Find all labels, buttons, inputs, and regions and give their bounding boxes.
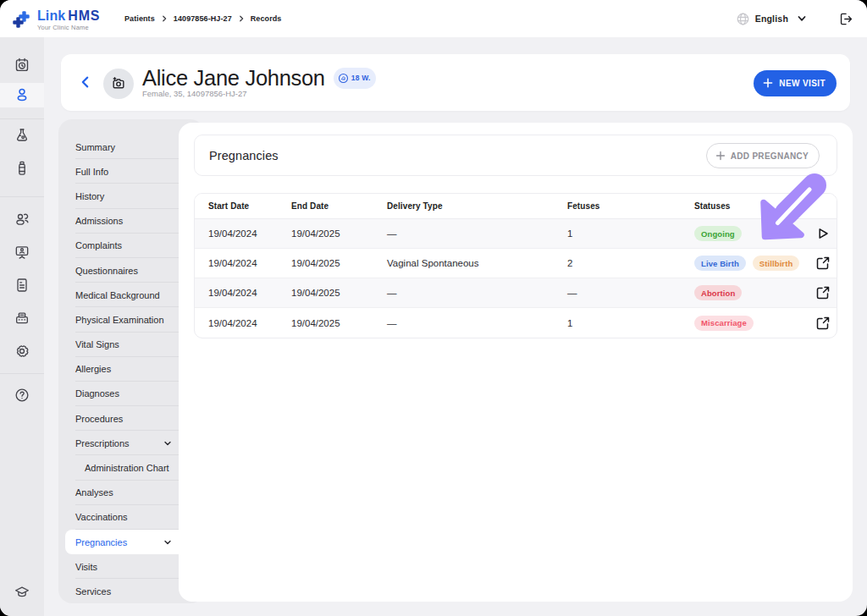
cell-end-date: 19/04/2025 xyxy=(291,318,340,328)
column-header-delivery-type: Delivery Type xyxy=(387,201,443,211)
table-row[interactable]: 19/04/2024 19/04/2025 Vaginal Spontaneou… xyxy=(195,249,837,278)
chevron-down-icon xyxy=(163,439,172,448)
camera-icon xyxy=(110,75,127,92)
rail-staff-icon[interactable] xyxy=(14,211,30,228)
rail-divider xyxy=(0,196,44,197)
rail-divider xyxy=(0,118,44,119)
logo-text: LinkHMS Your Clinic Name xyxy=(37,9,100,31)
top-bar: LinkHMS Your Clinic Name Patients 140978… xyxy=(0,0,867,37)
pregnancy-weeks-label: 18 W. xyxy=(351,74,371,82)
rail-laboratory-icon[interactable] xyxy=(14,127,30,144)
pregnancies-content-card: Pregnancies ADD PREGNANCY Start Date End… xyxy=(179,123,853,602)
logo-subtitle: Your Clinic Name xyxy=(37,24,100,31)
table-header-row: Start Date End Date Delivery Type Fetuse… xyxy=(195,194,837,219)
page-title: Pregnancies xyxy=(209,149,279,162)
cell-start-date: 19/04/2024 xyxy=(208,258,257,268)
rail-settings-icon[interactable] xyxy=(14,343,30,360)
table-row[interactable]: 19/04/2024 19/04/2025 — 1 Miscarriage xyxy=(195,308,837,338)
cell-delivery-type: — xyxy=(387,288,397,298)
rail-help-icon[interactable] xyxy=(14,387,30,404)
logo-name-hms: HMS xyxy=(68,8,100,23)
breadcrumb-patients[interactable]: Patients xyxy=(124,14,155,23)
rail-schedule-icon[interactable] xyxy=(14,57,30,74)
cell-delivery-type: Vaginal Spontaneous xyxy=(387,258,479,268)
new-visit-button[interactable]: NEW VISIT xyxy=(754,70,837,96)
logo-cross-icon xyxy=(13,11,30,28)
column-header-fetuses: Fetuses xyxy=(567,201,600,211)
open-record-icon[interactable] xyxy=(816,256,830,270)
breadcrumb-records[interactable]: Records xyxy=(251,14,282,23)
fetus-icon xyxy=(338,73,349,84)
chevron-down-icon xyxy=(163,538,172,547)
plus-icon xyxy=(715,151,726,161)
cell-start-date: 19/04/2024 xyxy=(208,288,257,298)
rail-divider xyxy=(0,373,44,374)
cell-start-date: 19/04/2024 xyxy=(208,228,257,239)
rail-workstation-icon[interactable] xyxy=(14,244,30,261)
patient-name: Alice Jane Johnson xyxy=(142,66,325,90)
app-window: LinkHMS Your Clinic Name Patients 140978… xyxy=(0,0,867,616)
back-icon[interactable] xyxy=(78,74,93,90)
rail-billing-icon[interactable] xyxy=(14,277,30,294)
cell-fetuses: 1 xyxy=(567,318,572,328)
play-icon[interactable] xyxy=(816,227,830,240)
cell-fetuses: 2 xyxy=(567,258,572,268)
status-badge: Live Birth xyxy=(694,256,746,271)
open-record-icon[interactable] xyxy=(816,286,830,300)
add-pregnancy-button[interactable]: ADD PREGNANCY xyxy=(706,143,820,168)
status-badge: Stillbirth xyxy=(753,256,800,271)
app-logo[interactable]: LinkHMS Your Clinic Name xyxy=(13,9,100,31)
pregnancies-table: Start Date End Date Delivery Type Fetuse… xyxy=(194,193,837,338)
chevron-down-icon[interactable] xyxy=(797,14,807,24)
globe-icon xyxy=(736,12,750,26)
pregnancy-weeks-badge: 18 W. xyxy=(334,68,377,89)
table-row[interactable]: 19/04/2024 19/04/2025 — — Abortion xyxy=(195,278,837,308)
rail-pharmacy-icon[interactable] xyxy=(14,160,30,177)
breadcrumb-patient-id[interactable]: 14097856-HJ-27 xyxy=(174,14,232,23)
cell-end-date: 19/04/2025 xyxy=(291,288,340,298)
column-header-statuses: Statuses xyxy=(694,201,731,211)
patient-avatar[interactable] xyxy=(103,69,134,99)
cell-end-date: 19/04/2025 xyxy=(291,228,340,239)
breadcrumb-chevron-icon xyxy=(161,15,168,22)
language-selector[interactable]: English xyxy=(755,14,788,24)
cell-delivery-type: — xyxy=(387,228,397,239)
cell-fetuses: — xyxy=(567,288,577,298)
table-row[interactable]: 19/04/2024 19/04/2025 — 1 Ongoing xyxy=(195,219,837,249)
cell-fetuses: 1 xyxy=(567,228,572,239)
topbar-right-group: English xyxy=(736,0,853,37)
patient-subtitle: Female, 35, 14097856-HJ-27 xyxy=(142,89,247,98)
rail-cash-register-icon[interactable] xyxy=(14,310,30,327)
status-badge: Miscarriage xyxy=(694,316,754,331)
cell-end-date: 19/04/2025 xyxy=(291,258,340,268)
breadcrumb: Patients 14097856-HJ-27 Records xyxy=(124,0,281,37)
column-header-end-date: End Date xyxy=(291,201,329,211)
breadcrumb-chevron-icon xyxy=(238,15,245,22)
cell-delivery-type: — xyxy=(387,318,397,328)
open-record-icon[interactable] xyxy=(816,316,830,330)
logo-name-link: Link xyxy=(37,8,65,23)
rail-education-icon[interactable] xyxy=(14,584,30,601)
plus-icon xyxy=(763,78,773,88)
status-badge: Ongoing xyxy=(694,226,742,241)
column-header-start-date: Start Date xyxy=(208,201,249,211)
cell-start-date: 19/04/2024 xyxy=(208,318,257,328)
logout-icon[interactable] xyxy=(839,12,853,26)
rail-patients-icon[interactable] xyxy=(14,86,30,103)
status-badge: Abortion xyxy=(694,285,742,300)
icon-rail xyxy=(0,37,44,616)
pregnancies-panel-header: Pregnancies ADD PREGNANCY xyxy=(194,135,837,176)
